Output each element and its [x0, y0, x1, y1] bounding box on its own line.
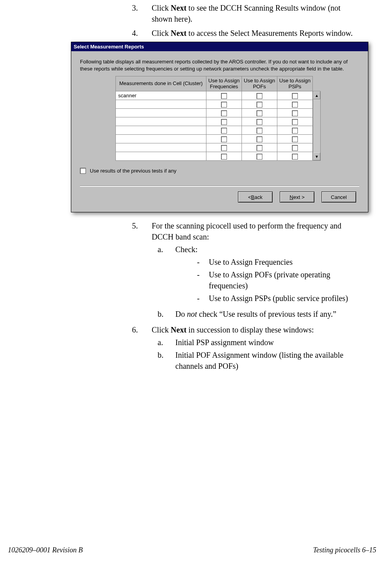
step-6b-number: b.	[152, 349, 175, 372]
dialog-description: Following table displays all measurement…	[80, 58, 359, 72]
table-row	[116, 117, 313, 126]
checkbox[interactable]	[256, 93, 262, 99]
checkbox[interactable]	[256, 128, 262, 134]
checkbox[interactable]	[256, 145, 262, 151]
step-5-text: For the scanning picocell used to perfor…	[152, 221, 342, 241]
checkbox[interactable]	[221, 93, 227, 99]
row-label	[116, 100, 206, 109]
row-label	[116, 126, 206, 135]
scroll-up-icon[interactable]: ▲	[313, 91, 320, 99]
step-4: 4. Click Next to access the Select Measu…	[132, 28, 362, 39]
checkbox[interactable]	[292, 119, 298, 125]
step-4-number: 4.	[132, 28, 152, 39]
step-6a-number: a.	[152, 337, 175, 348]
step-5a-number: a.	[152, 244, 175, 305]
checkbox[interactable]	[221, 154, 227, 160]
checkbox[interactable]	[221, 119, 227, 125]
checkbox[interactable]	[292, 93, 298, 99]
table-row	[116, 152, 313, 161]
step-4-text: Click Next to access the Select Measurem…	[152, 28, 353, 39]
row-label	[116, 117, 206, 126]
checkbox[interactable]	[221, 102, 227, 108]
step-6a-text: Initial PSP assignment window	[175, 337, 274, 348]
step-5a-text: Check:	[175, 245, 198, 254]
checkbox[interactable]	[221, 110, 227, 116]
page-footer: 1026209–0001 Revision B Testing picocell…	[8, 546, 376, 554]
step-3-text: Click Next to see the DCCH Scanning Resu…	[152, 2, 362, 24]
previous-tests-checkbox[interactable]	[80, 168, 86, 174]
step-5-number: 5.	[132, 220, 152, 321]
step-6-number: 6.	[132, 324, 152, 373]
dialog-titlebar: Select Measurement Reports	[71, 42, 368, 51]
table-row	[116, 135, 313, 143]
table-row	[116, 126, 313, 135]
footer-left: 1026209–0001 Revision B	[8, 546, 83, 554]
table-row	[116, 143, 313, 152]
header-cell-frequencies: Use to Assign Frequencies	[206, 76, 242, 91]
header-cell-psps: Use to Assign PSPs	[277, 76, 313, 91]
scroll-down-icon[interactable]: ▼	[313, 152, 320, 160]
header-cell-measurements: Measurements done in Cell (Cluster)	[116, 76, 206, 91]
footer-right: Testing picocells 6–15	[313, 546, 376, 554]
checkbox[interactable]	[256, 154, 262, 160]
checkbox[interactable]	[256, 136, 262, 142]
cancel-button[interactable]: Cancel	[321, 191, 356, 203]
checkbox[interactable]	[292, 102, 298, 108]
step-3-number: 3.	[132, 2, 152, 24]
checkbox[interactable]	[256, 119, 262, 125]
table-scrollbar[interactable]: ▲ ▼	[313, 91, 321, 161]
step-3: 3. Click Next to see the DCCH Scanning R…	[132, 2, 362, 24]
checkbox[interactable]	[292, 110, 298, 116]
step-5: 5. For the scanning picocell used to per…	[132, 220, 362, 321]
table-row	[116, 100, 313, 109]
checkbox[interactable]	[221, 145, 227, 151]
row-label	[116, 152, 206, 161]
checkbox[interactable]	[221, 136, 227, 142]
step-5b-text: Do not check “Use results of previous te…	[175, 308, 336, 320]
step-6b-text: Initial POF Assignment window (listing t…	[175, 349, 362, 372]
step-6-text: Click Next in succession to display thes…	[152, 325, 314, 334]
row-label	[116, 135, 206, 143]
row-label: scanner	[116, 91, 206, 100]
step-5b-number: b.	[152, 308, 175, 320]
back-button[interactable]: < Back	[238, 191, 273, 203]
table-row	[116, 109, 313, 117]
checkbox[interactable]	[292, 154, 298, 160]
table-header-row: Measurements done in Cell (Cluster) Use …	[116, 76, 313, 91]
row-label	[116, 143, 206, 152]
checkbox[interactable]	[292, 136, 298, 142]
scroll-track[interactable]	[313, 99, 320, 152]
dialog-screenshot: Select Measurement Reports Following tab…	[71, 42, 368, 212]
previous-tests-label: Use results of the previous tests if any	[90, 168, 176, 174]
row-label	[116, 109, 206, 117]
step-5a-d3: -Use to Assign PSPs (public service prof…	[175, 293, 362, 304]
checkbox[interactable]	[292, 145, 298, 151]
checkbox[interactable]	[256, 102, 262, 108]
checkbox[interactable]	[256, 110, 262, 116]
step-6a: a. Initial PSP assignment window	[152, 337, 362, 348]
checkbox[interactable]	[221, 128, 227, 134]
step-6: 6. Click Next in succession to display t…	[132, 324, 362, 373]
step-5a: a. Check: -Use to Assign Frequencies -Us…	[152, 244, 362, 305]
step-5a-d2: -Use to Assign POFs (private operating f…	[175, 269, 362, 291]
checkbox[interactable]	[292, 128, 298, 134]
next-button[interactable]: Next >	[280, 191, 314, 203]
step-5b: b. Do not check “Use results of previous…	[152, 308, 362, 320]
step-6b: b. Initial POF Assignment window (listin…	[152, 349, 362, 372]
header-cell-pofs: Use to Assign POFs	[242, 76, 277, 91]
step-5a-d1: -Use to Assign Frequencies	[175, 256, 362, 268]
measurements-table: Measurements done in Cell (Cluster) Use …	[115, 76, 313, 161]
table-row: scanner	[116, 91, 313, 100]
